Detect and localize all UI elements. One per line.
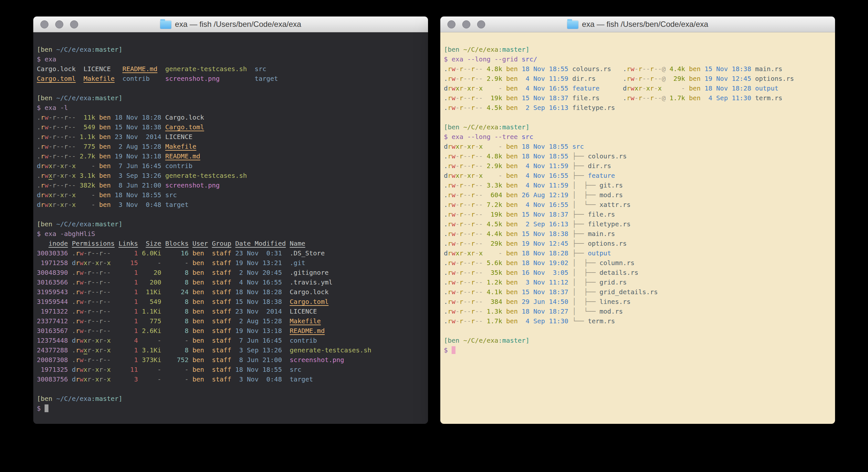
terminal-line: .rw-r--r-- 29k ben 19 Nov 12:45 ├── opti… (444, 239, 833, 248)
left-window-titlebar[interactable]: exa — fish /Users/ben/Code/exa/exa (33, 17, 428, 32)
window-controls (447, 17, 485, 32)
terminal-line: .rw-r--r-- 1.3k ben 18 Nov 18:27 │ └── m… (444, 306, 833, 316)
terminal-line: .rw-r--r-- 5.6k ben 18 Nov 19:02 │ ├── c… (444, 258, 833, 268)
right-terminal-window: exa — fish /Users/ben/Code/exa/exa [ben … (440, 17, 835, 424)
terminal-line: 20087308 .rw-r--r-- 1 373Ki 752 ben staf… (37, 355, 426, 365)
terminal-line: .rw-r--r-- 604 ben 26 Aug 12:19 │ ├── mo… (444, 190, 833, 200)
terminal-line: 30083756 drwxr-xr-x 3 - - ben staff 3 No… (37, 374, 426, 384)
terminal-line: $ exa (37, 54, 426, 64)
terminal-cursor (452, 346, 456, 354)
terminal-line: .rw-r--r-- 2.7k ben 19 Nov 13:18 README.… (37, 151, 426, 161)
terminal-line: $ exa -abghHliS (37, 229, 426, 239)
terminal-line (37, 209, 426, 219)
terminal-line: 1971258 drwxr-xr-x 15 - - ben staff 19 N… (37, 258, 426, 268)
zoom-button[interactable] (70, 20, 78, 28)
terminal-line: $ (444, 345, 833, 355)
terminal-line: Cargo.lock LICENCE README.md generate-te… (37, 64, 426, 74)
terminal-cursor (44, 405, 49, 412)
terminal-line: [ben ~/C/e/exa:master] (37, 93, 426, 103)
terminal-line: [ben ~/C/e/exa:master] (37, 394, 426, 404)
terminal-line: 12375448 drwxr-xr-x 4 - - ben staff 7 Ju… (37, 335, 426, 345)
terminal-line: .rw-r--r-- 382k ben 8 Jun 21:00 screensh… (37, 180, 426, 190)
terminal-line: $ exa --long --grid src/ (444, 54, 833, 64)
terminal-line (37, 83, 426, 93)
terminal-line: drwxr-xr-x - ben 18 Nov 18:55 src (37, 190, 426, 200)
terminal-line (444, 113, 833, 122)
terminal-line: .rw-r--r-- 1.2k ben 3 Nov 11:12 │ ├── gr… (444, 277, 833, 287)
terminal-line: 23377412 .rw-r--r-- 1 775 8 ben staff 2 … (37, 316, 426, 326)
right-window-titlebar[interactable]: exa — fish /Users/ben/Code/exa/exa (440, 17, 835, 32)
terminal-line: .rw-r--r-- 4.5k ben 2 Sep 16:13 filetype… (444, 103, 833, 113)
window-title-text: exa — fish /Users/ben/Code/exa/exa (582, 20, 708, 29)
terminal-line: 24377288 .rwxr-xr-x 1 3.1Ki 8 ben staff … (37, 345, 426, 355)
terminal-line: inode Permissions Links Size Blocks User… (37, 239, 426, 248)
folder-icon (160, 21, 171, 29)
terminal-line: 31959544 .rw-r--r-- 1 549 8 ben staff 15… (37, 297, 426, 306)
terminal-line: .rw-r--r-- 4.8k ben 18 Nov 18:55 ├── col… (444, 151, 833, 161)
terminal-line (37, 384, 426, 394)
terminal-line: 31959543 .rw-r--r-- 1 11Ki 24 ben staff … (37, 287, 426, 297)
terminal-line: .rw-r--r-- 775 ben 2 Aug 15:28 Makefile (37, 142, 426, 151)
terminal-line: 30163567 .rw-r--r-- 1 2.6Ki 8 ben staff … (37, 326, 426, 335)
terminal-line: .rw-r--r-- 4.1k ben 15 Nov 18:37 │ ├── g… (444, 287, 833, 297)
folder-icon (567, 21, 578, 29)
terminal-line: 1971325 drwxr-xr-x 11 - - ben staff 18 N… (37, 365, 426, 374)
terminal-line: 30163566 .rw-r--r-- 1 200 8 ben staff 4 … (37, 277, 426, 287)
terminal-line: .rw-r--r-- 4.5k ben 2 Sep 16:13 ├── file… (444, 219, 833, 229)
terminal-line: .rw-r--r-- 4.8k ben 18 Nov 18:55 colours… (444, 64, 833, 74)
terminal-line: 1971322 .rw-r--r-- 1 1.1Ki 8 ben staff 2… (37, 306, 426, 316)
terminal-line: .rw-r--r-- 35k ben 16 Nov 3:05 │ ├── det… (444, 268, 833, 277)
terminal-line: .rw-r--r-- 7.2k ben 4 Nov 16:55 │ └── xa… (444, 200, 833, 209)
terminal-line: drwxr-xr-x - ben 3 Nov 0:48 target (37, 200, 426, 209)
terminal-line: .rw-r--r-- 549 ben 15 Nov 18:38 Cargo.to… (37, 122, 426, 132)
terminal-line: drwxr-xr-x - ben 18 Nov 18:28 ├── output (444, 248, 833, 258)
terminal-line: $ (37, 404, 426, 413)
terminal-line: [ben ~/C/e/exa:master] (37, 45, 426, 54)
window-title: exa — fish /Users/ben/Code/exa/exa (160, 20, 301, 29)
terminal-line: drwxr-xr-x - ben 7 Jun 16:45 contrib (37, 161, 426, 171)
terminal-line: .rw-r--r-- 2.9k ben 4 Nov 11:59 ├── dir.… (444, 161, 833, 171)
minimize-button[interactable] (462, 20, 470, 28)
terminal-line: .rw-r--r-- 2.9k ben 4 Nov 11:59 dir.rs .… (444, 74, 833, 83)
terminal-line: $ exa --long --tree src (444, 132, 833, 142)
terminal-line: $ exa -l (37, 103, 426, 113)
terminal-line: Cargo.toml Makefile contrib screenshot.p… (37, 74, 426, 83)
terminal-line: [ben ~/C/e/exa:master] (444, 335, 833, 345)
left-terminal-window: exa — fish /Users/ben/Code/exa/exa [ben … (33, 17, 428, 424)
terminal-line: drwxr-xr-x - ben 4 Nov 16:55 ├── feature (444, 171, 833, 180)
left-terminal-content[interactable]: [ben ~/C/e/exa:master]$ exaCargo.lock LI… (33, 32, 428, 424)
terminal-line: drwxr-xr-x - ben 18 Nov 18:55 src (444, 142, 833, 151)
terminal-line: [ben ~/C/e/exa:master] (444, 45, 833, 54)
terminal-line: .rw-r--r-- 384 ben 29 Jun 14:50 │ ├── li… (444, 297, 833, 306)
terminal-line: 30048390 .rw-r--r-- 1 20 8 ben staff 2 N… (37, 268, 426, 277)
terminal-line: .rw-r--r-- 3.3k ben 4 Nov 11:59 │ ├── gi… (444, 180, 833, 190)
terminal-line: .rw-r--r-- 1.7k ben 4 Sep 11:30 └── term… (444, 316, 833, 326)
close-button[interactable] (40, 20, 49, 28)
window-controls (40, 17, 78, 32)
terminal-line: .rw-r--r-- 4.4k ben 15 Nov 18:38 ├── mai… (444, 229, 833, 239)
close-button[interactable] (447, 20, 456, 28)
window-title-text: exa — fish /Users/ben/Code/exa/exa (175, 20, 301, 29)
terminal-line: drwxr-xr-x - ben 4 Nov 16:55 feature drw… (444, 83, 833, 93)
window-title: exa — fish /Users/ben/Code/exa/exa (567, 20, 708, 29)
terminal-line: .rw-r--r-- 19k ben 15 Nov 18:37 file.rs … (444, 93, 833, 103)
zoom-button[interactable] (477, 20, 485, 28)
right-terminal-content[interactable]: [ben ~/C/e/exa:master]$ exa --long --gri… (440, 32, 835, 424)
terminal-line: .rw-r--r-- 1.1k ben 23 Nov 2014 LICENCE (37, 132, 426, 142)
minimize-button[interactable] (55, 20, 63, 28)
terminal-line (444, 326, 833, 335)
terminal-line: 30030336 .rw-r--r-- 1 6.0Ki 16 ben staff… (37, 248, 426, 258)
terminal-line: .rwxr-xr-x 3.1k ben 3 Sep 13:26 generate… (37, 171, 426, 180)
terminal-line: .rw-r--r-- 11k ben 18 Nov 18:28 Cargo.lo… (37, 113, 426, 122)
terminal-line: [ben ~/C/e/exa:master] (37, 219, 426, 229)
terminal-line: [ben ~/C/e/exa:master] (444, 122, 833, 132)
terminal-line: .rw-r--r-- 19k ben 15 Nov 18:37 ├── file… (444, 209, 833, 219)
